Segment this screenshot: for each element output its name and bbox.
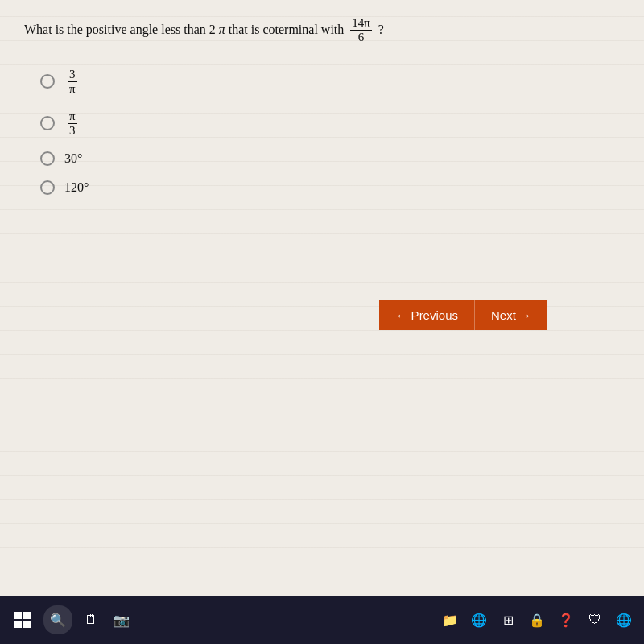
option-label-4: 120° [64,180,89,195]
windows-start-button[interactable] [8,605,37,634]
browser-icon: 🌐 [471,613,487,628]
taskbar-right: 📁 🌐 ⊞ 🔒 ❓ 🛡 🌐 [438,608,636,632]
taskbar-apps-icon[interactable]: ⊞ [496,608,520,632]
main-content: What is the positive angle less than 2 π… [0,0,644,596]
question-text-start: What is the positive angle less than 2 [24,19,216,40]
question: What is the positive angle less than 2 π… [24,16,620,43]
taskbar-folder-icon[interactable]: 📁 [438,608,462,632]
option-fraction-2: π 3 [68,109,77,137]
option-fraction-1: 3 π [68,68,77,95]
option-4[interactable]: 120° [40,180,620,195]
option-label-2: π 3 [64,109,80,137]
options-container: 3 π π 3 30° 120° [24,68,620,195]
help-icon: ❓ [558,613,574,628]
option-2-num: π [68,109,77,124]
next-button[interactable]: Next → [474,300,547,330]
option-1[interactable]: 3 π [40,68,620,95]
taskbar-lock-icon[interactable]: 🔒 [525,608,549,632]
taskbar: 🔍 🗒 📷 📁 🌐 ⊞ 🔒 ❓ 🛡 🌐 [0,596,644,644]
previous-button[interactable]: ← Previous [379,300,474,330]
taskbar-camera-icon[interactable]: 📷 [109,608,134,632]
question-fraction: 14π 6 [350,16,372,43]
taskbar-files-icon[interactable]: 🗒 [79,608,103,632]
windows-icon [14,612,31,628]
radio-1[interactable] [40,74,55,89]
question-text-middle: that is coterminal with [229,19,345,40]
radio-2[interactable] [40,116,55,130]
option-2[interactable]: π 3 [40,109,620,137]
apps-icon: ⊞ [503,613,514,628]
question-fraction-numerator: 14π [350,16,372,31]
question-fraction-denominator: 6 [357,31,366,44]
search-icon: 🔍 [50,613,66,628]
option-1-den: π [68,82,77,96]
question-text-end: ? [378,19,384,40]
question-pi: π [219,19,225,40]
nav-buttons: ← Previous Next → [379,300,547,330]
camera-icon: 📷 [114,613,130,628]
edge-icon: 🌐 [616,613,632,628]
option-2-den: 3 [68,124,77,138]
option-1-num: 3 [68,68,77,82]
taskbar-shield-icon[interactable]: 🛡 [583,608,607,632]
shield-icon: 🛡 [588,613,601,627]
option-label-1: 3 π [64,68,80,95]
taskbar-browser-icon[interactable]: 🌐 [467,608,491,632]
radio-3[interactable] [40,151,55,166]
taskbar-search[interactable]: 🔍 [43,605,72,634]
lock-icon: 🔒 [529,613,545,628]
taskbar-help-icon[interactable]: ❓ [554,608,578,632]
option-label-3: 30° [64,151,82,166]
folder-icon: 📁 [442,613,458,628]
option-3[interactable]: 30° [40,151,620,166]
radio-4[interactable] [40,180,55,195]
files-icon: 🗒 [85,613,97,627]
taskbar-edge-icon[interactable]: 🌐 [612,608,636,632]
